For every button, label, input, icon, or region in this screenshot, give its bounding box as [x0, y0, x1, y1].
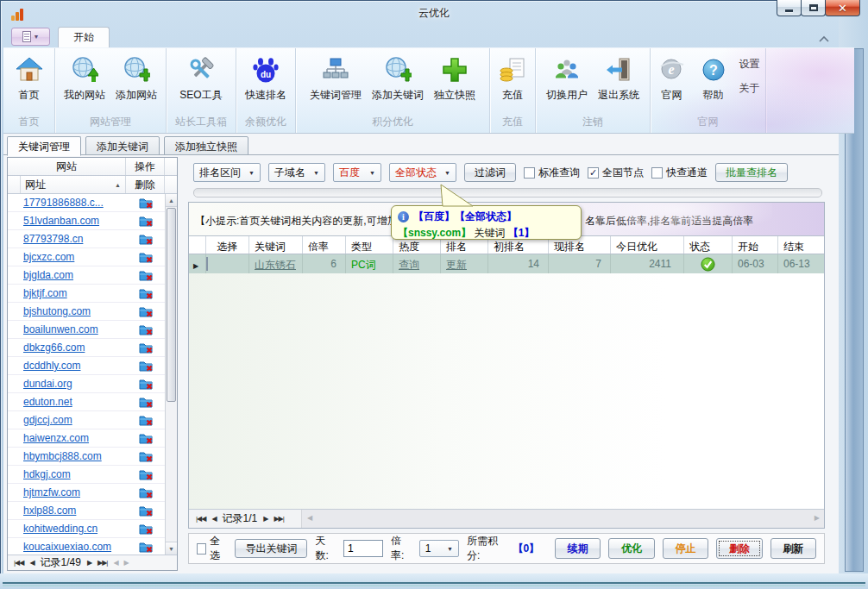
add-site-button[interactable]: 添加网站 [110, 51, 162, 106]
add-keyword-button[interactable]: 添加关键词 [367, 51, 429, 106]
pager-prev-icon[interactable]: ◀ [211, 515, 216, 523]
column-header-action[interactable]: 操作 [126, 158, 165, 175]
site-link[interactable]: hdkgj.com [21, 468, 126, 480]
delete-site-button[interactable] [126, 197, 165, 209]
col-type[interactable]: 类型 [346, 236, 393, 254]
site-row[interactable]: boailunwen.com [8, 321, 165, 339]
close-button[interactable]: ✕ [825, 0, 860, 16]
col-end[interactable]: 结束 [778, 236, 824, 254]
site-link[interactable]: boailunwen.com [21, 323, 126, 335]
col-start[interactable]: 开始 [733, 236, 778, 254]
col-select[interactable]: 选择 [206, 236, 249, 254]
scroll-right-icon[interactable]: ▶ [815, 514, 819, 522]
standalone-snapshot-button[interactable]: 独立快照 [429, 51, 481, 106]
seo-tools-button[interactable]: SEO工具 [174, 51, 227, 106]
delete-site-button[interactable] [126, 432, 165, 444]
refresh-button[interactable]: 刷新 [771, 538, 816, 559]
site-list-scrollbar[interactable]: ▲ ▼ [165, 194, 177, 555]
delete-site-button[interactable] [126, 341, 165, 354]
exit-system-button[interactable]: 退出系统 [593, 51, 645, 106]
delete-site-button[interactable] [126, 323, 165, 335]
site-row[interactable]: bjcxzc.com [8, 248, 165, 266]
site-row[interactable]: eduton.net [8, 393, 165, 411]
tab-add-snapshot[interactable]: 添加独立快照 [164, 136, 248, 155]
standard-query-checkbox[interactable] [524, 167, 535, 179]
pager-first-icon[interactable]: |◀◀ [14, 559, 23, 567]
help-button[interactable]: ? 帮助 [693, 51, 734, 106]
minimize-button[interactable] [777, 0, 802, 16]
delete-site-button[interactable] [126, 305, 165, 317]
site-link[interactable]: 17791886888.c... [21, 197, 126, 209]
site-row[interactable]: koucaixuexiao.com [8, 538, 165, 555]
optimize-button[interactable]: 优化 [608, 538, 654, 559]
my-sites-button[interactable]: 我的网站 [59, 51, 110, 106]
pager-last-icon[interactable]: ▶▶| [97, 559, 107, 567]
site-link[interactable]: eduton.net [21, 396, 126, 408]
days-input[interactable] [343, 540, 383, 557]
delete-site-button[interactable] [126, 215, 165, 227]
delete-site-button[interactable] [126, 287, 165, 299]
site-link[interactable]: 87793798.cn [21, 233, 126, 245]
fast-channel-checkbox[interactable] [651, 167, 663, 179]
stop-button[interactable]: 停止 [663, 538, 708, 559]
national-node-checkbox[interactable]: ✓ [588, 167, 599, 179]
site-link[interactable]: koucaixuexiao.com [21, 541, 126, 553]
collapse-ribbon-button[interactable] [818, 34, 830, 42]
site-link[interactable]: kohitwedding.cn [21, 523, 126, 535]
delete-site-button[interactable] [126, 450, 165, 462]
delete-site-button[interactable] [126, 541, 165, 553]
scroll-down-icon[interactable]: ▼ [166, 542, 177, 555]
site-link[interactable]: dbkzg66.com [21, 341, 126, 354]
site-link[interactable]: bjshutong.com [21, 305, 126, 317]
site-row[interactable]: bjglda.com [8, 266, 165, 285]
keyword-manage-button[interactable]: 关键词管理 [305, 51, 367, 106]
maximize-button[interactable] [801, 0, 826, 16]
filter-words-button[interactable]: 过滤词 [464, 163, 516, 182]
pager-next-icon[interactable]: ▶ [87, 559, 91, 567]
column-header-delete[interactable]: 删除 [126, 176, 165, 193]
column-header-url[interactable]: 网址 ▲ [21, 176, 126, 193]
application-menu-button[interactable]: ▼ [11, 28, 50, 46]
recharge-button[interactable]: 充值 [492, 51, 533, 106]
site-link[interactable]: hxlp88.com [21, 504, 126, 517]
site-row[interactable]: dbkzg66.com [8, 339, 165, 357]
delete-site-button[interactable] [126, 523, 165, 535]
status-combobox[interactable]: 全部状态▼ [389, 163, 456, 182]
batch-rank-query-button[interactable]: 批量查排名 [715, 163, 788, 182]
site-row[interactable]: kohitwedding.cn [8, 520, 165, 538]
rank-range-combobox[interactable]: 排名区间▼ [193, 163, 261, 182]
export-keywords-button[interactable]: 导出关键词 [235, 539, 307, 558]
official-site-button[interactable]: e 官网 [651, 51, 693, 106]
delete-button[interactable]: 删除 [716, 538, 762, 559]
settings-button[interactable]: 设置 [739, 57, 760, 72]
tab-keyword-manage[interactable]: 关键词管理 [7, 136, 81, 156]
home-button[interactable]: 首页 [9, 51, 50, 106]
site-row[interactable]: 87793798.cn [8, 230, 165, 248]
col-rate[interactable]: 倍率 [303, 236, 346, 254]
switch-user-button[interactable]: 切换用户 [541, 51, 593, 106]
site-row[interactable]: gdjccj.com [8, 411, 165, 429]
delete-site-button[interactable] [126, 269, 165, 281]
site-link[interactable]: bjglda.com [21, 269, 126, 281]
delete-site-button[interactable] [126, 360, 165, 372]
delete-site-button[interactable] [126, 396, 165, 408]
delete-site-button[interactable] [126, 468, 165, 480]
engine-combobox[interactable]: 百度▼ [333, 163, 381, 182]
renew-button[interactable]: 续期 [555, 538, 601, 559]
scroll-up-icon[interactable]: ▲ [166, 194, 177, 207]
subdomain-combobox[interactable]: 子域名▼ [268, 163, 325, 182]
pager-last-icon[interactable]: ▶▶| [274, 515, 283, 523]
scroll-left-icon[interactable]: ◀ [307, 514, 311, 522]
keyword-link[interactable]: 山东锈石 [255, 259, 296, 271]
pager-next-icon[interactable]: ▶ [263, 515, 267, 523]
delete-site-button[interactable] [126, 486, 165, 498]
site-link[interactable]: 51lvdanban.com [21, 215, 126, 227]
select-all-checkbox[interactable] [197, 543, 206, 555]
delete-site-button[interactable] [126, 504, 165, 517]
delete-site-button[interactable] [126, 414, 165, 426]
ribbon-tab-start[interactable]: 开始 [58, 27, 110, 47]
delete-site-button[interactable] [126, 378, 165, 390]
site-link[interactable]: hbymbcj888.com [21, 450, 126, 462]
site-link[interactable]: dcddhly.com [21, 360, 126, 372]
horizontal-scrollbar[interactable]: ◀ ▶ [301, 510, 824, 528]
